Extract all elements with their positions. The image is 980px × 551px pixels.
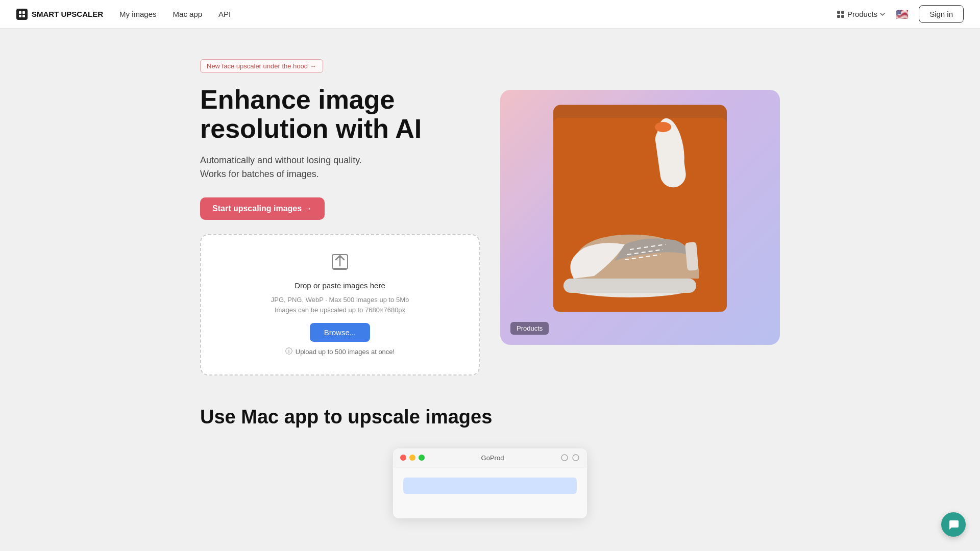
hero-subtitle-line2: Works for batches of images. xyxy=(200,169,319,179)
mac-close-dot[interactable] xyxy=(400,455,406,461)
hero-title-line1: Enhance image xyxy=(200,85,395,114)
products-grid-icon xyxy=(836,10,845,19)
products-dropdown-button[interactable]: Products xyxy=(836,10,886,19)
svg-rect-4 xyxy=(837,11,840,14)
svg-point-20 xyxy=(561,455,568,461)
mac-toolbar-icon-2 xyxy=(572,454,580,462)
svg-rect-1 xyxy=(22,11,25,14)
upload-icon xyxy=(331,254,349,274)
chevron-down-icon xyxy=(879,11,886,17)
chat-icon xyxy=(947,518,960,531)
svg-rect-6 xyxy=(837,15,840,18)
info-icon: ⓘ xyxy=(285,347,292,356)
lower-section: Use Mac app to upscale images GoProd xyxy=(184,396,796,518)
nav-right: Products 🇺🇸 Sign in xyxy=(836,5,964,23)
mac-window: GoProd xyxy=(393,448,587,518)
logo-svg-icon xyxy=(18,11,26,18)
nav-my-images[interactable]: My images xyxy=(119,10,157,18)
mac-preview-area: GoProd xyxy=(200,448,780,518)
cta-button[interactable]: Start upscaling images → xyxy=(200,197,325,220)
sign-in-button[interactable]: Sign in xyxy=(919,5,964,23)
svg-rect-2 xyxy=(19,15,21,17)
nav-left: SMART UPSCALER My images Mac app API xyxy=(16,9,231,20)
upload-hint-line1: JPG, PNG, WebP · Max 500 images up to 5M… xyxy=(271,296,409,304)
hero-subtitle-line1: Automatically and without losing quality… xyxy=(200,155,362,165)
lower-title: Use Mac app to upscale images xyxy=(200,406,780,428)
mac-toolbar-icon-1 xyxy=(560,454,569,462)
upload-title: Drop or paste images here xyxy=(295,281,385,290)
hero-left: New face upscaler under the hood → Enhan… xyxy=(200,59,480,375)
hero-badge[interactable]: New face upscaler under the hood → xyxy=(200,59,323,73)
hero-section: New face upscaler under the hood → Enhan… xyxy=(184,29,796,396)
logo-icon xyxy=(16,9,28,20)
navbar: SMART UPSCALER My images Mac app API Pro… xyxy=(0,0,980,29)
browse-button[interactable]: Browse... xyxy=(310,323,371,342)
sneaker-image xyxy=(553,118,727,317)
mac-maximize-dot[interactable] xyxy=(419,455,425,461)
products-label: Products xyxy=(847,10,877,18)
upload-hint-line2: Images can be upscaled up to 7680×7680px xyxy=(275,306,405,314)
upload-hint: JPG, PNG, WebP · Max 500 images up to 5M… xyxy=(271,295,409,315)
hero-title-line2: resolution with AI xyxy=(200,114,422,143)
hero-title: Enhance image resolution with AI xyxy=(200,85,480,143)
image-products-tag: Products xyxy=(510,322,549,335)
mac-minimize-dot[interactable] xyxy=(409,455,415,461)
svg-rect-3 xyxy=(22,15,25,17)
svg-rect-7 xyxy=(841,15,844,18)
brand-name: SMART UPSCALER xyxy=(32,10,103,18)
svg-rect-0 xyxy=(19,11,21,14)
nav-api[interactable]: API xyxy=(218,10,231,18)
mac-window-content xyxy=(393,467,587,518)
hero-subtitle: Automatically and without losing quality… xyxy=(200,154,480,181)
nav-mac-app[interactable]: Mac app xyxy=(173,10,203,18)
mac-window-title: GoProd xyxy=(428,454,557,462)
logo[interactable]: SMART UPSCALER xyxy=(16,9,103,20)
svg-rect-15 xyxy=(564,279,696,293)
chat-button[interactable] xyxy=(941,512,966,537)
upload-limit: ⓘ Upload up to 500 images at once! xyxy=(285,347,395,356)
mac-input-area[interactable] xyxy=(403,478,577,494)
mac-titlebar: GoProd xyxy=(393,448,587,467)
language-flag[interactable]: 🇺🇸 xyxy=(896,8,909,20)
upload-area[interactable]: Drop or paste images here JPG, PNG, WebP… xyxy=(200,234,480,375)
upload-limit-text: Upload up to 500 images at once! xyxy=(296,348,395,356)
svg-point-21 xyxy=(573,455,579,461)
svg-rect-5 xyxy=(841,11,844,14)
hero-image-panel: Products xyxy=(500,90,780,345)
svg-point-13 xyxy=(655,122,671,132)
